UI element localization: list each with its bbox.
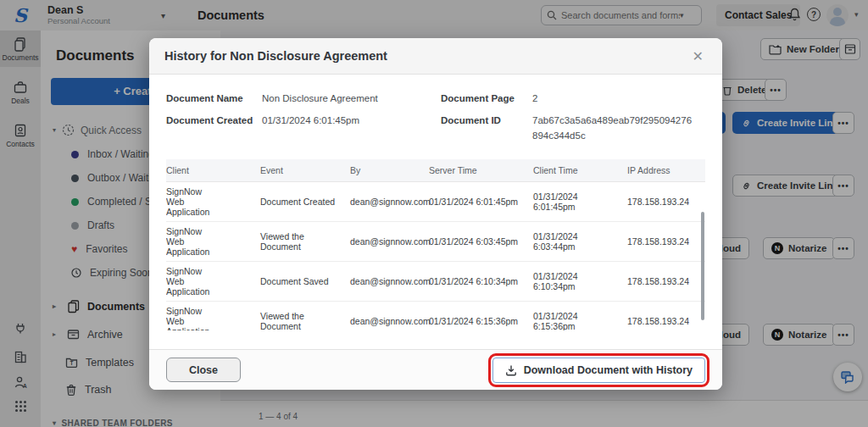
doc-created-label: Document Created xyxy=(166,114,262,128)
table-row: SignNow Web Application Viewed the Docum… xyxy=(166,302,705,330)
close-icon[interactable]: ✕ xyxy=(689,47,707,66)
modal-footer: Close Download Document with History xyxy=(149,349,722,390)
document-info: Document Name Non Disclosure Agreement D… xyxy=(166,92,705,151)
history-modal: History for Non Disclosure Agreement ✕ D… xyxy=(149,38,722,390)
doc-name-value: Non Disclosure Agreement xyxy=(262,92,378,106)
download-document-with-history-button[interactable]: Download Document with History xyxy=(492,358,705,383)
table-scrollbar[interactable] xyxy=(701,212,704,320)
table-row: SignNow Web Application Viewed the Docum… xyxy=(166,222,705,262)
close-button[interactable]: Close xyxy=(166,358,241,382)
download-icon xyxy=(505,364,517,376)
doc-created-value: 01/31/2024 6:01:45pm xyxy=(262,114,359,128)
modal-body: Document Name Non Disclosure Agreement D… xyxy=(149,75,722,330)
history-table[interactable]: Client Event By Server Time Client Time … xyxy=(166,159,705,330)
modal-header: History for Non Disclosure Agreement ✕ xyxy=(149,38,722,75)
doc-name-label: Document Name xyxy=(166,92,262,106)
table-header-row: Client Event By Server Time Client Time … xyxy=(166,159,705,182)
table-row: SignNow Web Application Document Saved d… xyxy=(166,262,705,302)
doc-id-label: Document ID xyxy=(441,114,532,143)
table-row: SignNow Web Application Document Created… xyxy=(166,182,705,222)
doc-page-label: Document Page xyxy=(441,92,532,106)
doc-page-value: 2 xyxy=(532,92,537,106)
modal-title: History for Non Disclosure Agreement xyxy=(164,49,387,63)
doc-id-value: 7ab67c3a5a6a489eab79f295094276894c344d5c xyxy=(532,114,697,143)
